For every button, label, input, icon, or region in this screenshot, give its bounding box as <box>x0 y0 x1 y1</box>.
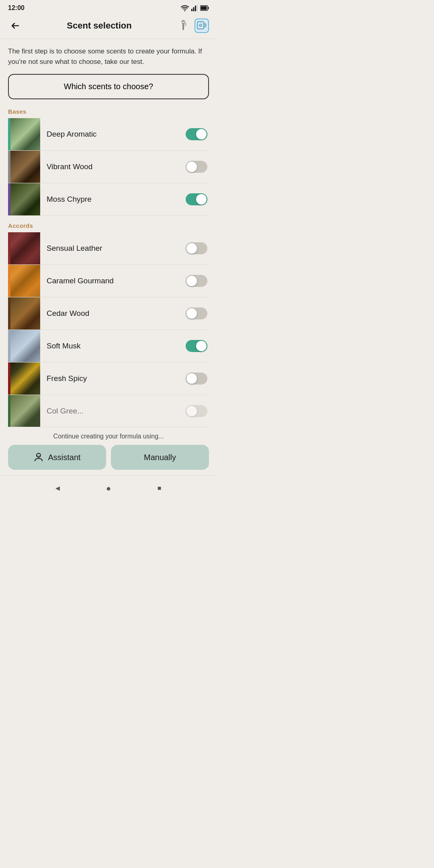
accent-bar <box>8 297 10 330</box>
which-scents-button[interactable]: Which scents to choose? <box>8 74 209 99</box>
nav-back-button[interactable]: ◄ <box>51 482 63 494</box>
toggle-cedar-wood[interactable] <box>186 307 207 319</box>
nav-recent-button[interactable]: ■ <box>154 482 166 494</box>
svg-rect-1 <box>193 7 194 11</box>
toggle-partial[interactable] <box>186 405 207 417</box>
scent-name-soft-musk: Soft Musk <box>40 342 186 350</box>
scent-name-moss-chypre: Moss Chypre <box>40 195 186 204</box>
back-button[interactable] <box>8 18 23 33</box>
svg-rect-3 <box>197 5 198 11</box>
bases-list: Deep Aromatic Vibrant Wood Moss Chypre <box>8 118 209 216</box>
android-nav-bar: ◄ ● ■ <box>0 475 217 501</box>
scent-item-sensual-leather: Sensual Leather <box>8 232 209 265</box>
accent-bar <box>8 330 10 362</box>
accent-bar <box>8 362 10 395</box>
diffuser-icon-button[interactable] <box>176 18 190 33</box>
toggle-thumb <box>196 194 207 205</box>
toggle-thumb <box>186 373 197 384</box>
scent-thumb-sensual-leather <box>8 232 40 264</box>
scent-thumb-moss-chypre <box>8 183 40 215</box>
toggle-vibrant-wood[interactable] <box>186 161 207 173</box>
svg-point-13 <box>38 455 39 456</box>
wifi-icon <box>181 5 189 11</box>
bases-section-header: Bases <box>8 108 209 115</box>
accent-bar <box>8 395 10 427</box>
top-bar: Scent selection <box>0 14 217 39</box>
assistant-button[interactable]: Assistant <box>8 445 106 470</box>
intro-text: The first step is to choose some scents … <box>8 46 209 67</box>
scent-name-vibrant-wood: Vibrant Wood <box>40 162 186 171</box>
scent-item-deep-aromatic: Deep Aromatic <box>8 118 209 151</box>
accords-list: Sensual Leather Caramel Gourmand Cedar W… <box>8 232 209 427</box>
nav-home-icon: ● <box>106 484 111 493</box>
manually-button[interactable]: Manually <box>111 445 209 470</box>
scent-thumb-soft-musk <box>8 330 40 362</box>
accords-section-header: Accords <box>8 222 209 229</box>
scent-item-vibrant-wood: Vibrant Wood <box>8 151 209 183</box>
scent-name-partial: Col Gree... <box>40 407 186 416</box>
scent-item-partial: Col Gree... <box>8 395 209 427</box>
svg-rect-2 <box>195 6 196 11</box>
accent-bar <box>8 151 10 183</box>
svg-rect-5 <box>208 7 209 9</box>
nav-back-icon: ◄ <box>54 484 61 493</box>
accent-bar <box>8 183 10 215</box>
nav-recent-icon: ■ <box>158 485 162 492</box>
page-title: Scent selection <box>23 20 176 31</box>
accent-bar <box>8 265 10 297</box>
assistant-label: Assistant <box>48 453 80 462</box>
scent-thumb-caramel-gourmand <box>8 265 40 297</box>
toggle-sensual-leather[interactable] <box>186 242 207 254</box>
scent-name-fresh-spicy: Fresh Spicy <box>40 374 186 383</box>
toggle-soft-musk[interactable] <box>186 340 207 352</box>
status-icons <box>181 5 209 11</box>
status-bar: 12:00 <box>0 0 217 14</box>
toggle-thumb <box>196 129 207 139</box>
assistant-icon <box>33 452 44 463</box>
toggle-caramel-gourmand[interactable] <box>186 275 207 287</box>
speaker-device-button[interactable] <box>194 18 209 33</box>
scent-name-sensual-leather: Sensual Leather <box>40 244 186 253</box>
toggle-thumb <box>186 308 197 319</box>
toggle-thumb <box>186 276 197 286</box>
scent-name-caramel-gourmand: Caramel Gourmand <box>40 276 186 285</box>
continue-buttons: Assistant Manually <box>8 445 209 470</box>
manually-label: Manually <box>144 453 176 462</box>
main-content: The first step is to choose some scents … <box>0 39 217 427</box>
svg-rect-0 <box>191 9 192 11</box>
nav-home-button[interactable]: ● <box>102 482 115 494</box>
scent-name-cedar-wood: Cedar Wood <box>40 309 186 318</box>
scent-item-soft-musk: Soft Musk <box>8 330 209 362</box>
scent-item-caramel-gourmand: Caramel Gourmand <box>8 265 209 297</box>
scent-item-moss-chypre: Moss Chypre <box>8 183 209 216</box>
continue-text: Continue creating your formula using... <box>8 433 209 440</box>
scent-thumb-fresh-spicy <box>8 362 40 395</box>
scent-thumb-vibrant-wood <box>8 151 40 183</box>
top-bar-actions <box>176 18 209 33</box>
scent-item-fresh-spicy: Fresh Spicy <box>8 362 209 395</box>
accent-bar <box>8 118 10 150</box>
scent-thumb-deep-aromatic <box>8 118 40 150</box>
scent-name-deep-aromatic: Deep Aromatic <box>40 130 186 139</box>
toggle-deep-aromatic[interactable] <box>186 128 207 140</box>
toggle-moss-chypre[interactable] <box>186 193 207 205</box>
scent-item-cedar-wood: Cedar Wood <box>8 297 209 330</box>
signal-icon <box>191 5 198 11</box>
toggle-thumb <box>196 341 207 351</box>
toggle-thumb <box>186 406 197 416</box>
scent-thumb-partial <box>8 395 40 427</box>
accent-bar <box>8 232 10 264</box>
toggle-fresh-spicy[interactable] <box>186 373 207 385</box>
battery-icon <box>200 5 209 11</box>
svg-rect-6 <box>201 6 207 10</box>
toggle-thumb <box>186 162 197 172</box>
svg-point-14 <box>39 455 40 456</box>
scent-thumb-cedar-wood <box>8 297 40 330</box>
toggle-thumb <box>186 243 197 254</box>
svg-point-11 <box>200 25 201 26</box>
status-time: 12:00 <box>8 4 25 12</box>
bottom-footer: Continue creating your formula using... … <box>0 427 217 470</box>
